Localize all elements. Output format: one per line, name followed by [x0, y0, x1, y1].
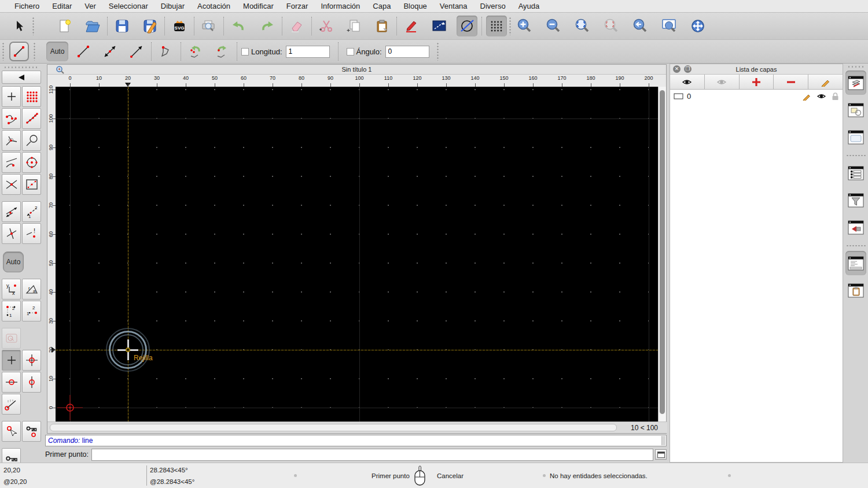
snap-middle-button[interactable] — [2, 223, 21, 244]
library-browser-toggle[interactable] — [845, 125, 866, 149]
delete-button[interactable] — [286, 16, 307, 36]
line-one-direction-button[interactable] — [126, 41, 147, 62]
command-widget-toggle[interactable] — [845, 251, 866, 275]
command-history-scrollbar[interactable] — [661, 436, 665, 445]
angle-gauge-button[interactable] — [2, 394, 21, 415]
zoom-auto-button[interactable] — [572, 16, 593, 36]
vertical-scrollbar-thumb[interactable] — [660, 90, 665, 414]
zoom-in-button[interactable] — [514, 16, 535, 36]
menu-item-ventana[interactable]: Ventana — [433, 0, 474, 13]
copy-button[interactable] — [344, 16, 365, 36]
paste-button[interactable] — [372, 16, 392, 36]
menu-item-ver[interactable]: Ver — [78, 0, 102, 13]
export-svg-button[interactable]: SVG — [169, 16, 190, 36]
menu-item-ayuda[interactable]: Ayuda — [512, 0, 546, 13]
layer-edit-pencil-icon[interactable] — [803, 92, 811, 101]
zoom-previous-button[interactable] — [630, 16, 650, 36]
vertical-scrollbar[interactable] — [658, 87, 666, 422]
clipboard-panel-toggle[interactable] — [845, 278, 866, 302]
menu-item-información[interactable]: Información — [314, 0, 366, 13]
open-file-button[interactable] — [82, 16, 103, 36]
hide-all-layers-button[interactable] — [705, 75, 740, 89]
draft-mode-button[interactable] — [457, 16, 477, 36]
menu-item-forzar[interactable]: Forzar — [280, 0, 315, 13]
select-pointer-button[interactable] — [9, 16, 30, 36]
coordinate-cartesian-button[interactable]: yx — [2, 279, 21, 300]
snap-distance-button[interactable]: 12 — [22, 201, 41, 222]
drawing-window-titlebar[interactable]: Sin título 1 — [47, 65, 666, 75]
menu-item-diverso[interactable]: Diverso — [474, 0, 512, 13]
filter-toggle[interactable] — [845, 188, 866, 212]
save-button[interactable] — [112, 16, 133, 36]
relative-corner-button[interactable]: 12 — [2, 301, 21, 321]
zoom-out-button[interactable] — [543, 16, 564, 36]
show-all-layers-button[interactable] — [670, 75, 705, 89]
sidebar-drag-handle[interactable] — [3, 66, 38, 69]
angle-checkbox[interactable] — [347, 48, 354, 56]
menu-item-fichero[interactable]: Fichero — [8, 0, 46, 13]
polyline-undo-button[interactable] — [185, 41, 206, 62]
length-input[interactable] — [286, 46, 330, 58]
close-panel-icon[interactable]: ✕ — [673, 65, 681, 73]
line-both-directions-button[interactable] — [100, 41, 120, 62]
command-detach-button[interactable] — [655, 449, 667, 460]
dockbar-drag-handle[interactable] — [847, 65, 865, 68]
new-document-button[interactable] — [54, 16, 75, 36]
save-as-button[interactable] — [139, 16, 160, 36]
menu-item-capa[interactable]: Capa — [366, 0, 397, 13]
snap-relative-zero-button[interactable] — [22, 350, 41, 371]
length-checkbox[interactable] — [241, 48, 249, 56]
menu-item-editar[interactable]: Editar — [46, 0, 78, 13]
zoom-selected-button[interactable] — [601, 16, 621, 36]
snap-intersection-button[interactable] — [2, 174, 21, 195]
remove-layer-button[interactable] — [774, 75, 808, 89]
snap-on-entity-button[interactable] — [22, 108, 41, 129]
block-list-toggle[interactable] — [845, 98, 866, 122]
add-layer-button[interactable] — [740, 75, 774, 89]
zoom-pan-button[interactable] — [687, 16, 708, 36]
restrict-vertical-snap-button[interactable] — [22, 372, 41, 393]
grid-toggle-button[interactable] — [486, 16, 507, 36]
snap-grid-button[interactable] — [22, 86, 41, 107]
line-two-points-button[interactable] — [73, 41, 94, 62]
menu-item-dibujar[interactable]: Dibujar — [155, 0, 191, 13]
layer-list-toggle[interactable] — [845, 71, 866, 95]
undo-button[interactable] — [228, 16, 249, 36]
drawing-canvas[interactable]: Rejilla — [56, 87, 659, 422]
cut-button[interactable] — [316, 16, 337, 36]
layer-lock-icon[interactable] — [832, 92, 839, 101]
snap-free-button[interactable] — [2, 86, 21, 107]
relative-horizontal-button[interactable]: 12 — [22, 301, 41, 321]
layer-row[interactable]: 0 — [670, 90, 843, 102]
edit-layer-button[interactable] — [808, 75, 843, 89]
restrict-horizontal-snap-button[interactable] — [2, 372, 21, 393]
draw-pencil-button[interactable] — [401, 16, 422, 36]
line-auto-mode-button[interactable]: Auto — [46, 42, 68, 61]
set-relative-zero-button[interactable] — [2, 350, 21, 371]
restrict-horizontal-button[interactable] — [2, 201, 21, 222]
polyline-button[interactable] — [156, 41, 176, 62]
horizontal-scrollbar-thumb[interactable] — [50, 424, 617, 431]
restrict-orthogonal-button[interactable] — [22, 174, 41, 195]
menu-item-acotación[interactable]: Acotación — [191, 0, 237, 13]
snap-nearest-button[interactable] — [2, 152, 21, 173]
horizontal-scrollbar[interactable]: 10 < 100 — [47, 422, 667, 433]
key-snap-button[interactable] — [22, 421, 41, 442]
command-input[interactable] — [91, 449, 653, 461]
back-button[interactable] — [2, 71, 41, 84]
print-preview-button[interactable] — [198, 16, 219, 36]
snap-auto-button[interactable]: Auto — [3, 252, 24, 272]
float-panel-icon[interactable]: ❐ — [684, 65, 692, 73]
polyline-redo-button[interactable] — [212, 41, 233, 62]
snap-entity-select-button[interactable] — [22, 130, 41, 151]
announce-toggle[interactable] — [845, 215, 866, 239]
coordinate-polar-button[interactable]: ra — [22, 279, 41, 300]
zoom-window-button[interactable] — [659, 16, 679, 36]
menu-item-seleccionar[interactable]: Seleccionar — [102, 0, 155, 13]
entity-list-toggle[interactable] — [845, 161, 866, 185]
current-tool-line-button[interactable] — [9, 42, 29, 61]
snap-override-button[interactable]: ! — [22, 223, 41, 244]
angle-input[interactable] — [385, 46, 429, 58]
selection-window-button[interactable] — [429, 16, 450, 36]
lock-relative-zero-button[interactable] — [2, 421, 21, 442]
